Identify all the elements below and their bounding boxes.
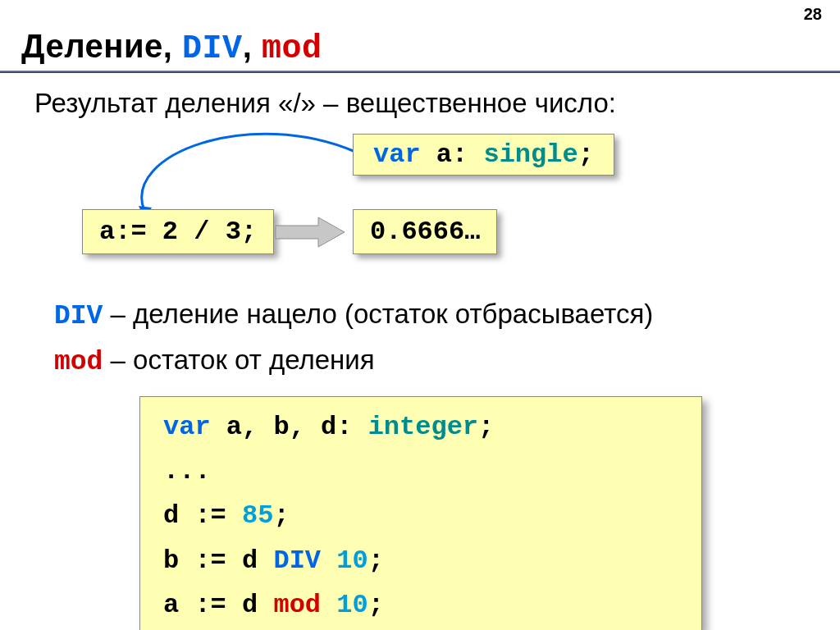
svg-marker-1 [276, 217, 345, 247]
code-line-5: a := d mod 10; [163, 583, 678, 628]
cl5-op: mod [273, 590, 321, 620]
def-mod-kw: mod [54, 347, 103, 377]
kw-single: single [483, 139, 578, 170]
result-arrow-icon [276, 215, 346, 249]
var-rest: a: [421, 139, 484, 170]
var-semi: ; [578, 139, 594, 170]
cl4-semi: ; [368, 546, 384, 576]
def-div-kw: DIV [54, 301, 103, 331]
title-div-kw: DIV [182, 30, 243, 67]
cl3-semi: ; [273, 500, 289, 531]
cl3-pre: d := [163, 500, 242, 531]
code-line-1: var a, b, d: integer; [163, 405, 678, 450]
cl1-mid: a, b, d: [211, 412, 368, 442]
title-word: Деление [21, 28, 163, 64]
def-div: DIV – деление нацело (остаток отбрасывае… [54, 293, 807, 339]
cl4-op: DIV [273, 546, 321, 576]
code-box-result: 0.6666… [353, 209, 497, 254]
kw-integer: integer [368, 412, 478, 442]
title-comma-2: , [243, 28, 253, 64]
cl5-num: 10 [336, 590, 368, 620]
intro-text: Результат деления «/» – вещественное чис… [34, 88, 807, 119]
def-mod-text: – остаток от деления [103, 345, 374, 375]
code-line-4: b := d DIV 10; [163, 539, 678, 583]
code-line-3: d := 85; [163, 494, 678, 538]
cl5-semi: ; [368, 590, 384, 620]
kw-var-2: var [163, 412, 211, 442]
def-mod: mod – остаток от деления [54, 339, 807, 385]
def-div-text: – деление нацело (остаток отбрасывается) [103, 299, 653, 329]
page-number: 28 [804, 5, 822, 24]
cl3-num: 85 [242, 500, 273, 531]
title-mod-kw: mod [262, 30, 322, 67]
code-box-expression: a:= 2 / 3; [82, 209, 274, 254]
title-comma-1: , [163, 28, 173, 64]
code-block-integer: var a, b, d: integer; ... d := 85; b := … [139, 396, 702, 630]
slide: 28 Деление, DIV, mod Результат деления «… [0, 0, 840, 630]
cl5-sp [321, 590, 336, 620]
example-area: var a: single; a:= 2 / 3; 0.6666… [33, 134, 807, 281]
code-line-2: ... [163, 450, 678, 494]
definitions: DIV – деление нацело (остаток отбрасывае… [54, 293, 807, 385]
cl5-pre: a := d [163, 590, 273, 620]
cl4-pre: b := d [163, 546, 273, 576]
kw-var: var [373, 139, 421, 170]
cl4-num: 10 [336, 546, 368, 576]
cl1-semi: ; [478, 412, 494, 442]
slide-title: Деление, DIV, mod [21, 28, 807, 67]
code-box-var-single: var a: single; [353, 134, 614, 176]
title-underline [0, 71, 840, 73]
cl4-sp [321, 546, 336, 576]
